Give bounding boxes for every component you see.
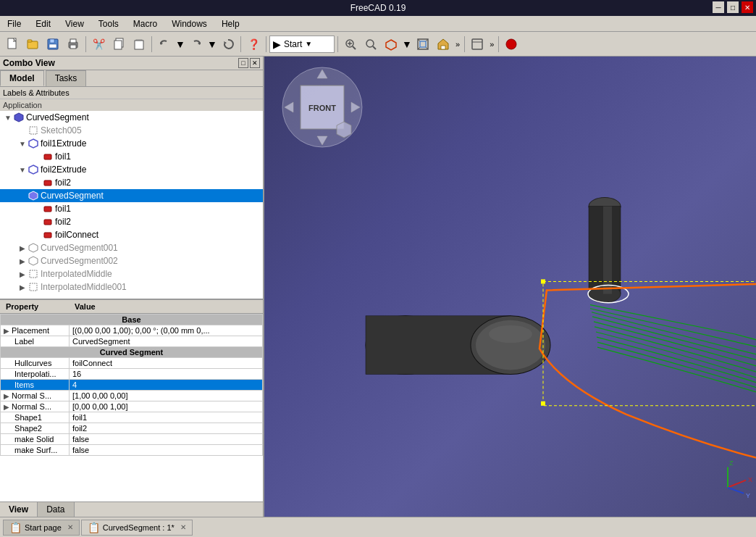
tree-icon-10: [28, 242, 39, 254]
prop-row-interpolati[interactable]: Interpolati... 16: [1, 369, 263, 380]
restore-button[interactable]: □: [727, 1, 739, 13]
menu-file[interactable]: File: [3, 17, 25, 30]
home-view-button[interactable]: [434, 35, 453, 54]
tree-area[interactable]: ▼ CurvedSegment Sketch005 ▼ f: [0, 111, 263, 300]
prop-row-normal2[interactable]: ▶ Normal S... [0,00 0,00 1,00]: [1, 401, 263, 412]
status-tab-startpage[interactable]: 📋 Start page ✕: [3, 520, 80, 536]
save-button[interactable]: [43, 35, 62, 54]
perspective-button[interactable]: [413, 35, 432, 54]
combo-restore-btn[interactable]: □: [238, 58, 248, 68]
prop-row-hullcurves[interactable]: Hullcurves foilConnect: [1, 358, 263, 369]
view-mode-button[interactable]: [382, 35, 400, 54]
tree-label-5: foil2: [55, 178, 71, 188]
tree-expand-13[interactable]: ▶: [17, 283, 28, 291]
tree-item-7[interactable]: foil1: [0, 202, 263, 215]
tree-item-10[interactable]: ▶ CurvedSegment001: [0, 241, 263, 254]
prop-section-base-label: Base: [1, 315, 263, 325]
separator-3: [240, 36, 241, 52]
minimize-button[interactable]: ─: [713, 1, 724, 13]
redo-dropdown[interactable]: ▼: [207, 35, 217, 54]
tree-icon-8: [42, 216, 54, 228]
bl-tab-data[interactable]: Data: [38, 502, 74, 517]
redo-button[interactable]: [187, 35, 206, 54]
paste-button[interactable]: [130, 35, 148, 54]
tree-label-0: CurvedSegment: [26, 112, 89, 122]
refresh-button[interactable]: [219, 35, 238, 54]
tab-model[interactable]: Model: [0, 70, 44, 86]
zoom-button[interactable]: [361, 35, 380, 54]
tree-item-9[interactable]: foilConnect: [0, 228, 263, 241]
startpage-close[interactable]: ✕: [67, 523, 73, 531]
svg-rect-61: [603, 207, 612, 294]
help-button[interactable]: ❓: [244, 35, 263, 54]
tree-item-3[interactable]: foil1: [0, 150, 263, 163]
tree-item-5[interactable]: foil2: [0, 176, 263, 189]
toolbar-more-2[interactable]: »: [488, 40, 495, 49]
view-mode-dropdown[interactable]: ▼: [402, 35, 412, 54]
prop-row-makesolid[interactable]: make Solid false: [1, 434, 263, 445]
workspace-dropdown[interactable]: ▶ Start ▼: [269, 36, 335, 53]
window-button[interactable]: [468, 35, 487, 54]
combo-close-btn[interactable]: ✕: [250, 58, 260, 68]
cut-button[interactable]: ✂️: [89, 35, 108, 54]
menu-windows[interactable]: Windows: [167, 17, 211, 30]
record-button[interactable]: [502, 35, 521, 54]
tree-expand-5: [32, 179, 42, 187]
tree-item-13[interactable]: ▶ InterpolatedMiddle001: [0, 280, 263, 294]
undo-dropdown[interactable]: ▼: [175, 35, 185, 54]
tree-expand-4[interactable]: ▼: [17, 166, 28, 174]
tree-item-2[interactable]: ▼ foil1Extrude: [0, 137, 263, 150]
prop-value-placement: [(0,00 0,00 1,00); 0,00 °; (0,00 mm 0,..…: [70, 325, 263, 336]
prop-row-normal1[interactable]: ▶ Normal S... [1,00 0,00 0,00]: [1, 391, 263, 401]
toolbar-more-1[interactable]: »: [454, 40, 461, 49]
tree-expand-0[interactable]: ▼: [3, 114, 13, 122]
svg-line-68: [728, 480, 746, 488]
menu-macro[interactable]: Macro: [129, 17, 161, 30]
prop-label-makesurf: make Surf...: [14, 446, 57, 454]
expand-placement[interactable]: ▶: [4, 327, 9, 335]
menu-edit[interactable]: Edit: [31, 17, 55, 30]
tree-icon-13: [28, 281, 39, 293]
prop-row-shape1[interactable]: Shape1 foil1: [1, 412, 263, 423]
prop-row-items[interactable]: Items 4: [1, 380, 263, 391]
tab-tasks[interactable]: Tasks: [46, 70, 87, 86]
bl-tab-view[interactable]: View: [0, 502, 38, 517]
status-tab-curvedsegment[interactable]: 📋 CurvedSegment : 1* ✕: [81, 520, 193, 536]
zoom-fit-button[interactable]: [341, 35, 360, 54]
tree-item-11[interactable]: ▶ CurvedSegment002: [0, 254, 263, 267]
expand-normal2[interactable]: ▶: [4, 403, 9, 411]
tree-item-1[interactable]: Sketch005: [0, 124, 263, 137]
prop-row-placement[interactable]: ▶ Placement [(0,00 0,00 1,00); 0,00 °; (…: [1, 325, 263, 336]
tree-item-6[interactable]: CurvedSegment: [0, 189, 263, 202]
print-button[interactable]: [64, 35, 83, 54]
tree-item-12[interactable]: ▶ InterpolatedMiddle: [0, 267, 263, 280]
undo-button[interactable]: [155, 35, 174, 54]
tree-expand-2[interactable]: ▼: [17, 140, 28, 148]
prop-name-shape2: Shape2: [1, 423, 70, 434]
expand-normal1[interactable]: ▶: [4, 392, 9, 400]
copy-button[interactable]: [109, 35, 128, 54]
tree-item-4[interactable]: ▼ foil2Extrude: [0, 163, 263, 176]
curvedseg-close[interactable]: ✕: [180, 523, 186, 531]
prop-section-curved-label: Curved Segment: [1, 347, 263, 358]
tree-item-8[interactable]: foil2: [0, 215, 263, 228]
tree-expand-11[interactable]: ▶: [17, 257, 28, 265]
new-button[interactable]: [3, 35, 22, 54]
tree-expand-6: [17, 192, 28, 200]
tree-expand-12[interactable]: ▶: [17, 270, 28, 278]
tree-item-0[interactable]: ▼ CurvedSegment: [0, 111, 263, 124]
tree-expand-10[interactable]: ▶: [17, 244, 28, 252]
viewport[interactable]: FRONT: [264, 57, 756, 517]
prop-name-makesurf: make Surf...: [1, 445, 70, 456]
menu-tools[interactable]: Tools: [94, 17, 123, 30]
title-controls: ─ □ ✕: [713, 1, 753, 13]
tree-icon-3: [42, 151, 54, 162]
prop-value-normal1: [1,00 0,00 0,00]: [70, 391, 263, 401]
close-button[interactable]: ✕: [742, 1, 753, 13]
open-button[interactable]: [23, 35, 42, 54]
prop-row-makesurf[interactable]: make Surf... false: [1, 445, 263, 456]
prop-row-label[interactable]: Label CurvedSegment: [1, 336, 263, 347]
menu-view[interactable]: View: [61, 17, 88, 30]
prop-row-shape2[interactable]: Shape2 foil2: [1, 423, 263, 434]
menu-help[interactable]: Help: [217, 17, 244, 30]
